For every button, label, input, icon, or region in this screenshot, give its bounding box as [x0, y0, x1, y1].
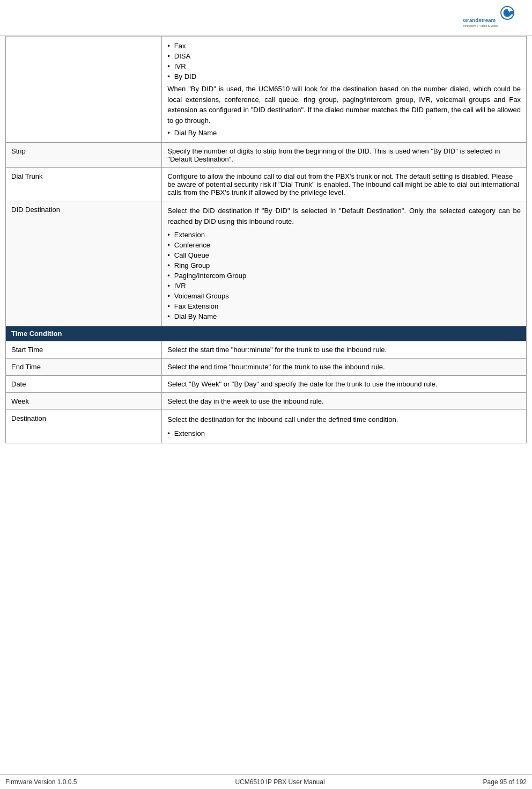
list-item-dest-extension: Extension: [167, 428, 521, 439]
did-destination-row: DID Destination Select the DID destinati…: [6, 201, 527, 326]
list-item-paging: Paging/Intercom Group: [167, 271, 521, 281]
list-item-ivr2: IVR: [167, 281, 521, 291]
date-row: Date Select "By Week" or "By Day" and sp…: [6, 376, 527, 393]
fax-list: Fax DISA IVR By DID: [167, 41, 521, 82]
by-did-description: When "By DID" is used, the UCM6510 will …: [167, 84, 521, 126]
page-wrapper: Grandstream Innovative IP Voice & Video …: [0, 0, 532, 789]
list-item-dial-by-name2: Dial By Name: [167, 311, 521, 322]
destination-text: Select the destination for the inbound c…: [167, 414, 521, 425]
destination-label: Destination: [6, 410, 162, 443]
start-time-text: Select the start time "hour:minute" for …: [167, 346, 387, 354]
dial-trunk-label: Dial Trunk: [6, 168, 162, 201]
dial-trunk-row: Dial Trunk Configure to allow the inboun…: [6, 168, 527, 201]
list-item-by-did: By DID: [167, 71, 521, 82]
did-destination-text: Select the DID destination if "By DID" i…: [167, 206, 521, 227]
time-condition-header: Time Condition: [6, 326, 527, 341]
week-desc: Select the day in the week to use the in…: [162, 393, 527, 410]
grandstream-logo: Grandstream Innovative IP Voice & Video: [459, 4, 523, 31]
footer-firmware: Firmware Version 1.0.0.5: [5, 778, 77, 786]
did-destination-desc: Select the DID destination if "By DID" i…: [162, 201, 527, 326]
fax-row: Fax DISA IVR By DID When "By DID" is use…: [6, 36, 527, 143]
date-desc: Select "By Week" or "By Day" and specify…: [162, 376, 527, 393]
end-time-desc: Select the end time "hour:minute" for th…: [162, 359, 527, 376]
strip-desc: Specify the number of digits to strip fr…: [162, 143, 527, 168]
list-item-voicemail: Voicemail Groups: [167, 291, 521, 301]
list-item-fax: Fax: [167, 41, 521, 51]
content-table: Fax DISA IVR By DID When "By DID" is use…: [5, 36, 527, 443]
logo-area: Grandstream Innovative IP Voice & Video: [459, 4, 523, 31]
list-item-disa: DISA: [167, 51, 521, 61]
list-item-fax-ext: Fax Extension: [167, 301, 521, 311]
list-item-dial-by-name: Dial By Name: [167, 128, 521, 138]
strip-label: Strip: [6, 143, 162, 168]
strip-row: Strip Specify the number of digits to st…: [6, 143, 527, 168]
list-item-ring-group: Ring Group: [167, 260, 521, 271]
page-header: Grandstream Innovative IP Voice & Video: [0, 0, 532, 36]
destination-row: Destination Select the destination for t…: [6, 410, 527, 443]
end-time-label: End Time: [6, 359, 162, 376]
dial-by-name-list: Dial By Name: [167, 128, 521, 138]
did-destination-list: Extension Conference Call Queue Ring Gro…: [167, 230, 521, 322]
svg-text:Innovative IP Voice & Video: Innovative IP Voice & Video: [463, 24, 498, 27]
week-text: Select the day in the week to use the in…: [167, 397, 323, 405]
svg-text:Grandstream: Grandstream: [463, 17, 496, 23]
list-item-ivr: IVR: [167, 61, 521, 71]
footer-page: Page 95 of 192: [483, 778, 527, 786]
main-content: Fax DISA IVR By DID When "By DID" is use…: [0, 36, 532, 769]
dial-trunk-text: Configure to allow the inbound call to d…: [167, 172, 519, 196]
date-label: Date: [6, 376, 162, 393]
end-time-text: Select the end time "hour:minute" for th…: [167, 363, 385, 371]
footer-title: UCM6510 IP PBX User Manual: [235, 778, 324, 786]
fax-row-desc: Fax DISA IVR By DID When "By DID" is use…: [162, 36, 527, 143]
dial-trunk-desc: Configure to allow the inbound call to d…: [162, 168, 527, 201]
page-footer: Firmware Version 1.0.0.5 UCM6510 IP PBX …: [0, 775, 532, 789]
strip-text: Specify the number of digits to strip fr…: [167, 147, 500, 163]
start-time-desc: Select the start time "hour:minute" for …: [162, 341, 527, 359]
end-time-row: End Time Select the end time "hour:minut…: [6, 359, 527, 376]
fax-row-label: [6, 36, 162, 143]
week-label: Week: [6, 393, 162, 410]
list-item-conference: Conference: [167, 240, 521, 250]
week-row: Week Select the day in the week to use t…: [6, 393, 527, 410]
list-item-call-queue: Call Queue: [167, 250, 521, 260]
destination-desc: Select the destination for the inbound c…: [162, 410, 527, 443]
start-time-label: Start Time: [6, 341, 162, 359]
date-text: Select "By Week" or "By Day" and specify…: [167, 380, 437, 388]
start-time-row: Start Time Select the start time "hour:m…: [6, 341, 527, 359]
did-destination-label: DID Destination: [6, 201, 162, 326]
time-condition-label: Time Condition: [6, 326, 527, 341]
list-item-extension: Extension: [167, 230, 521, 240]
destination-list: Extension: [167, 428, 521, 439]
